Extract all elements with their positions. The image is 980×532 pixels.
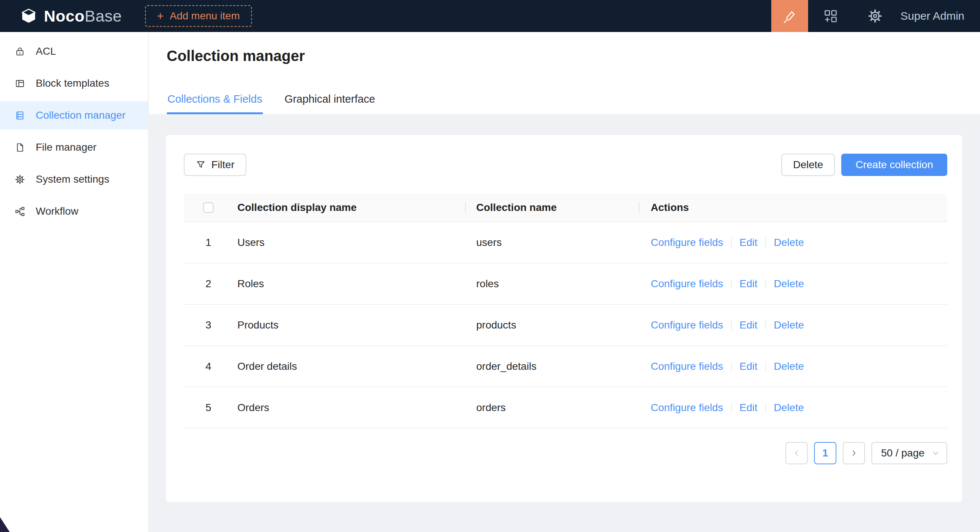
delete-link[interactable]: Delete [774, 278, 804, 290]
page-1-button[interactable]: 1 [814, 442, 836, 464]
action-divider [765, 362, 766, 371]
row-index: 5 [184, 402, 233, 414]
create-collection-button[interactable]: Create collection [841, 154, 947, 176]
row-index: 1 [184, 237, 233, 249]
table-row: 1 Users users Configure fields Edit Dele… [184, 222, 947, 264]
delete-link[interactable]: Delete [774, 402, 804, 414]
brand-text: NocoBase [44, 7, 122, 25]
sidebar-item-file-manager[interactable]: File manager [0, 133, 148, 162]
edit-link[interactable]: Edit [740, 360, 757, 372]
ui-editor-toggle-button[interactable] [771, 0, 808, 32]
cell-collection-name: roles [465, 278, 639, 290]
action-divider [765, 403, 766, 413]
table-row: 4 Order details order_details Configure … [184, 346, 947, 387]
sidebar-item-label: Collection manager [36, 110, 126, 121]
configure-fields-link[interactable]: Configure fields [651, 278, 723, 290]
table-row: 5 Orders orders Configure fields Edit De… [184, 387, 947, 429]
delete-link[interactable]: Delete [774, 319, 804, 331]
cell-actions: Configure fields Edit Delete [639, 278, 947, 290]
row-index: 4 [184, 360, 233, 372]
cell-actions: Configure fields Edit Delete [639, 237, 947, 249]
header-actions: Actions [639, 202, 947, 214]
action-divider [731, 362, 732, 371]
database-icon [14, 111, 25, 121]
sidebar-item-label: Block templates [36, 77, 110, 89]
page-size-value: 50 / page [881, 447, 924, 459]
sidebar-item-label: File manager [36, 141, 96, 153]
table-header-row: Collection display name Collection name … [184, 194, 947, 222]
action-divider [765, 320, 766, 330]
collections-table: Collection display name Collection name … [184, 194, 947, 429]
header-select-cell [184, 202, 233, 213]
collections-card: Filter Delete Create collection Collecti… [166, 135, 962, 502]
page-size-select[interactable]: 50 / page [871, 442, 947, 464]
row-index: 3 [184, 319, 233, 331]
cell-display-name: Users [233, 237, 465, 249]
edit-link[interactable]: Edit [740, 237, 757, 249]
edit-link[interactable]: Edit [740, 319, 757, 331]
action-divider [731, 238, 732, 248]
topbar: NocoBase + Add menu item [0, 0, 980, 32]
header-display-name: Collection display name [233, 202, 465, 214]
cell-display-name: Order details [233, 360, 465, 372]
edit-link[interactable]: Edit [740, 402, 757, 414]
prev-page-button[interactable] [786, 442, 808, 464]
select-all-checkbox[interactable] [203, 202, 213, 213]
highlighter-icon [783, 9, 797, 24]
chevron-down-icon [932, 449, 940, 457]
toolbar-right: Delete Create collection [781, 154, 948, 176]
nocobase-logo[interactable]: NocoBase [20, 7, 122, 25]
action-divider [765, 238, 766, 248]
user-menu[interactable]: Super Admin [900, 10, 964, 22]
add-menu-item-button[interactable]: + Add menu item [145, 5, 252, 27]
action-divider [731, 279, 732, 289]
row-index: 2 [184, 278, 233, 290]
cell-display-name: Products [233, 319, 465, 331]
action-divider [731, 403, 732, 413]
page-header: Collection manager Collections & Fields … [149, 32, 980, 114]
layout-icon [14, 78, 25, 89]
sidebar-item-label: Workflow [36, 205, 78, 217]
action-divider [765, 279, 766, 289]
filter-button[interactable]: Filter [184, 154, 246, 176]
lock-icon [14, 46, 25, 57]
next-page-button[interactable] [843, 442, 865, 464]
pagination: 1 50 / page [184, 442, 947, 464]
configure-fields-link[interactable]: Configure fields [651, 237, 723, 249]
action-divider [731, 320, 732, 330]
cube-logo-icon [20, 8, 37, 25]
sidebar-item-system-settings[interactable]: System settings [0, 165, 148, 194]
tab-graphical-interface[interactable]: Graphical interface [284, 93, 376, 114]
table-toolbar: Filter Delete Create collection [184, 154, 947, 176]
sidebar-item-label: System settings [36, 173, 110, 185]
table-row: 3 Products products Configure fields Edi… [184, 305, 947, 346]
edit-link[interactable]: Edit [740, 278, 757, 290]
sidebar-item-block-templates[interactable]: Block templates [0, 69, 148, 97]
table-row: 2 Roles roles Configure fields Edit Dele… [184, 264, 947, 305]
tab-collections-fields[interactable]: Collections & Fields [167, 93, 263, 114]
header-collection-name: Collection name [465, 202, 639, 214]
cell-collection-name: order_details [465, 360, 639, 372]
cell-actions: Configure fields Edit Delete [639, 319, 947, 331]
sidebar-item-collection-manager[interactable]: Collection manager [0, 101, 148, 129]
sidebar-item-acl[interactable]: ACL [0, 37, 148, 65]
cell-collection-name: products [465, 319, 639, 331]
filter-label: Filter [211, 159, 234, 171]
delete-link[interactable]: Delete [774, 237, 804, 249]
configure-fields-link[interactable]: Configure fields [651, 319, 723, 331]
gear-icon [868, 9, 883, 24]
sidebar-item-workflow[interactable]: Workflow [0, 197, 148, 226]
cell-actions: Configure fields Edit Delete [639, 402, 947, 414]
add-menu-item-label: Add menu item [170, 10, 240, 22]
configure-fields-link[interactable]: Configure fields [651, 402, 723, 414]
delete-button[interactable]: Delete [781, 154, 835, 176]
configure-fields-link[interactable]: Configure fields [651, 360, 723, 372]
workflow-icon [14, 206, 25, 216]
plugin-blocks-button[interactable] [808, 0, 853, 32]
filter-funnel-icon [196, 160, 206, 170]
delete-link[interactable]: Delete [774, 360, 804, 372]
tabs: Collections & Fields Graphical interface [167, 93, 376, 114]
cell-actions: Configure fields Edit Delete [639, 360, 947, 372]
cell-display-name: Orders [233, 402, 465, 414]
settings-button[interactable] [853, 0, 897, 32]
